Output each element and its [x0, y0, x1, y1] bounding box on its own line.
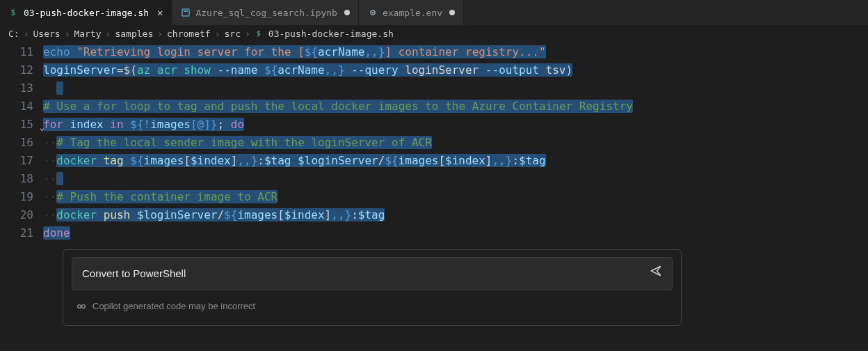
line-number: 21: [0, 224, 43, 242]
line-number: 19: [0, 188, 43, 206]
line-number: 12: [0, 61, 43, 79]
line-number: 16: [0, 134, 43, 152]
close-icon[interactable]: ✕: [157, 7, 163, 18]
code-line[interactable]: 15⌄ for·index·in·${!images[@]};·do: [0, 116, 868, 134]
code-line[interactable]: 20 ··docker·push·$loginServer/${images[$…: [0, 206, 868, 224]
line-number: 14: [0, 98, 43, 116]
copilot-inline-chat: Convert to PowerShell Copilot generated …: [63, 249, 682, 326]
svg-point-4: [372, 12, 374, 14]
code-line[interactable]: 19 ··#·Push·the·container·image·to·ACR: [0, 188, 868, 206]
breadcrumb-part[interactable]: src: [225, 29, 241, 39]
code-line[interactable]: 16 ··#·Tag·the·local·sender·image·with·t…: [0, 134, 868, 152]
tab-example-env[interactable]: example.env: [359, 0, 464, 25]
line-number: 20: [0, 206, 43, 224]
code-line[interactable]: 17 ··docker·tag·${images[$index],,}:$tag…: [0, 152, 868, 170]
line-number: 18: [0, 170, 43, 188]
chevron-right-icon: ›: [65, 29, 70, 39]
svg-point-7: [82, 305, 86, 309]
code-line[interactable]: 18 ··: [0, 170, 868, 188]
breadcrumb-file[interactable]: 03-push-docker-image.sh: [268, 29, 394, 39]
tab-push-docker[interactable]: $ 03-push-docker-image.sh ✕: [0, 0, 172, 25]
copilot-disclaimer: Copilot generated code may be incorrect: [93, 297, 255, 315]
svg-rect-2: [184, 10, 188, 12]
code-line[interactable]: 13: [0, 79, 868, 98]
code-editor[interactable]: 11 echo "Retrieving·login·server·for·the…: [0, 42, 868, 326]
breadcrumb-part[interactable]: C:: [8, 29, 19, 39]
tab-label: 03-push-docker-image.sh: [24, 8, 149, 18]
copilot-footer: Copilot generated code may be incorrect: [72, 290, 673, 318]
chevron-right-icon: ›: [157, 29, 163, 39]
line-number: 13: [0, 79, 43, 98]
code-line[interactable]: 21 done: [0, 224, 868, 242]
copilot-prompt-input[interactable]: Convert to PowerShell: [72, 257, 673, 290]
svg-text:$: $: [11, 8, 15, 17]
tab-bar: $ 03-push-docker-image.sh ✕ Azure_sql_co…: [0, 0, 868, 25]
code-line[interactable]: 11 echo "Retrieving·login·server·for·the…: [0, 43, 868, 61]
breadcrumb-part[interactable]: Users: [33, 29, 60, 39]
breadcrumb-part[interactable]: samples: [115, 29, 153, 39]
code-line[interactable]: 12 loginServer=$(az·acr·show·--name·${ac…: [0, 61, 868, 79]
svg-rect-1: [182, 9, 189, 16]
chevron-right-icon: ›: [106, 29, 111, 39]
chevron-right-icon: ›: [215, 29, 220, 39]
tab-azure-notebook[interactable]: Azure_sql_cog_search.ipynb: [172, 0, 359, 25]
copilot-icon: [76, 301, 87, 312]
breadcrumb-part[interactable]: Marty: [74, 29, 101, 39]
code-line[interactable]: 14 #·Use·a·for·loop·to·tag·and·push·the·…: [0, 98, 868, 116]
breadcrumb-part[interactable]: chrometf: [167, 29, 211, 39]
svg-text:$: $: [257, 29, 261, 38]
copilot-prompt-text: Convert to PowerShell: [82, 265, 186, 283]
gear-icon: [367, 7, 378, 18]
dollar-icon: $: [255, 29, 264, 38]
dollar-icon: $: [8, 7, 19, 18]
svg-point-6: [78, 305, 81, 309]
line-number: 11: [0, 43, 43, 61]
tab-label: Azure_sql_cog_search.ipynb: [195, 8, 337, 18]
chevron-right-icon: ›: [24, 29, 29, 39]
tab-label: example.env: [383, 8, 442, 18]
breadcrumb[interactable]: C:› Users› Marty› samples› chrometf› src…: [0, 25, 868, 42]
line-number: 17: [0, 152, 43, 170]
send-icon[interactable]: [650, 265, 662, 283]
dirty-dot-icon: [449, 10, 455, 15]
dirty-dot-icon: [344, 10, 350, 15]
line-number: 15⌄: [0, 116, 43, 134]
notebook-icon: [180, 7, 191, 18]
chevron-right-icon: ›: [245, 29, 250, 39]
